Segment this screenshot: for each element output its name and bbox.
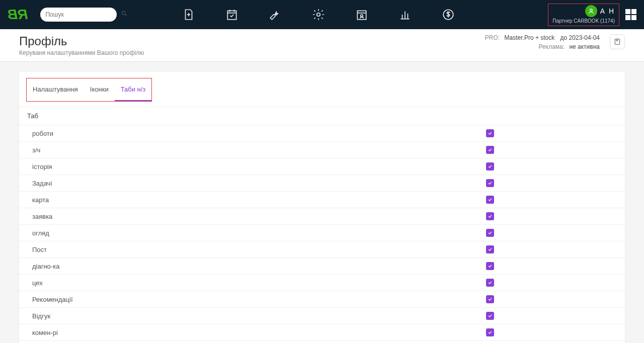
new-doc-icon[interactable] (182, 8, 195, 21)
dollar-icon[interactable] (442, 8, 455, 21)
table-row: з/ч (19, 141, 625, 158)
row-check-cell (486, 162, 617, 170)
tab-tabs-nz[interactable]: Таби н/з (115, 78, 152, 101)
row-check-cell (486, 295, 617, 303)
checkbox[interactable] (486, 312, 494, 320)
subheader: Профіль Керуваня налаштуваннями Вашого п… (0, 29, 644, 62)
svg-point-0 (122, 11, 126, 15)
table-row: заявка (19, 208, 625, 224)
table-header: Таб (19, 107, 625, 125)
row-check-cell (486, 279, 617, 287)
user-initials: А Н (600, 7, 615, 15)
search-icon[interactable] (121, 10, 128, 19)
table-row: історія (19, 158, 625, 175)
checkbox[interactable] (486, 196, 494, 204)
calendar-user-icon[interactable] (355, 8, 368, 21)
table-row: Задачі (19, 175, 625, 191)
svg-rect-18 (615, 39, 619, 45)
header-right: А Н Партнер CARBOOK (1174) (548, 4, 636, 26)
table-row: логи н/з (19, 340, 625, 343)
row-label: Відгук (27, 312, 486, 320)
checkbox[interactable] (486, 129, 494, 137)
row-check-cell (486, 312, 617, 320)
table-body: роботиз/чісторіяЗадачікартазаявкаоглядПо… (19, 125, 625, 343)
chart-icon[interactable] (398, 8, 412, 21)
search-input[interactable] (45, 11, 121, 18)
row-label: Задачі (27, 180, 486, 187)
logo: RB (8, 7, 28, 23)
row-label: діагно-ка (27, 263, 486, 270)
search-box[interactable] (40, 8, 117, 22)
app-header: RB А Н Партнер CARBOOK (1174) (0, 0, 644, 29)
table-row: комен-рі (19, 324, 625, 340)
row-check-cell (486, 212, 617, 220)
gear-icon[interactable] (312, 8, 325, 21)
checkbox[interactable] (486, 295, 494, 303)
row-check-cell (486, 146, 617, 154)
row-label: роботи (27, 130, 486, 137)
row-check-cell (486, 262, 617, 270)
row-label: історія (27, 163, 486, 170)
tabs: Налаштування Іконки Таби н/з (26, 78, 152, 102)
checkbox[interactable] (486, 179, 494, 187)
subheader-info: PRO: Master.Pro + stock до 2023-04-04 Ре… (485, 34, 600, 52)
pro-value: Master.Pro + stock (505, 34, 555, 41)
avatar (585, 5, 597, 17)
row-label: огляд (27, 229, 486, 237)
content: Налаштування Іконки Таби н/з Таб роботиз… (0, 62, 644, 343)
apps-icon[interactable] (625, 9, 636, 20)
checkbox[interactable] (486, 245, 494, 253)
ad-label: Реклама: (539, 43, 565, 50)
row-label: комен-рі (27, 329, 486, 336)
checkbox[interactable] (486, 212, 494, 220)
row-check-cell (486, 129, 617, 137)
row-check-cell (486, 196, 617, 204)
svg-point-11 (361, 15, 363, 17)
row-label: Рекомендації (27, 296, 486, 303)
svg-rect-4 (228, 11, 236, 19)
row-label: заявка (27, 213, 486, 220)
user-block[interactable]: А Н Партнер CARBOOK (1174) (548, 4, 619, 26)
svg-point-8 (317, 13, 320, 17)
row-check-cell (486, 245, 617, 253)
svg-line-1 (125, 15, 127, 16)
table-row: цех (19, 274, 625, 291)
checkbox[interactable] (486, 279, 494, 287)
row-label: цех (27, 279, 486, 287)
row-check-cell (486, 229, 617, 237)
table-row: огляд (19, 224, 625, 241)
checkbox[interactable] (486, 146, 494, 154)
checkbox[interactable] (486, 229, 494, 237)
table-row: Рекомендації (19, 291, 625, 307)
svg-point-17 (590, 9, 592, 11)
table-row: карта (19, 191, 625, 208)
pro-label: PRO: (485, 34, 500, 41)
page-subtitle: Керуваня налаштуваннями Вашого профілю (19, 49, 144, 56)
row-label: з/ч (27, 146, 486, 154)
row-check-cell (486, 179, 617, 187)
bookmark-button[interactable] (610, 34, 625, 49)
row-check-cell (486, 328, 617, 336)
user-subtitle: Партнер CARBOOK (1174) (552, 18, 615, 24)
pro-until: до 2023-04-04 (560, 34, 600, 41)
tab-settings[interactable]: Налаштування (27, 78, 84, 101)
checkbox[interactable] (486, 262, 494, 270)
checkbox[interactable] (486, 328, 494, 336)
ad-value: не активна (569, 43, 600, 50)
page-title: Профіль (19, 34, 144, 48)
nav-icons (182, 8, 455, 21)
table-row: Відгук (19, 307, 625, 324)
wrench-icon[interactable] (269, 8, 282, 21)
table-row: роботи (19, 125, 625, 141)
card: Налаштування Іконки Таби н/з Таб роботиз… (19, 72, 625, 343)
table-row: Пост (19, 241, 625, 258)
checkbox[interactable] (486, 162, 494, 170)
table-row: діагно-ка (19, 258, 625, 274)
svg-rect-9 (358, 11, 366, 19)
tab-icons[interactable]: Іконки (84, 78, 115, 101)
row-label: карта (27, 196, 486, 204)
row-label: Пост (27, 246, 486, 253)
calendar-check-icon[interactable] (225, 8, 238, 21)
